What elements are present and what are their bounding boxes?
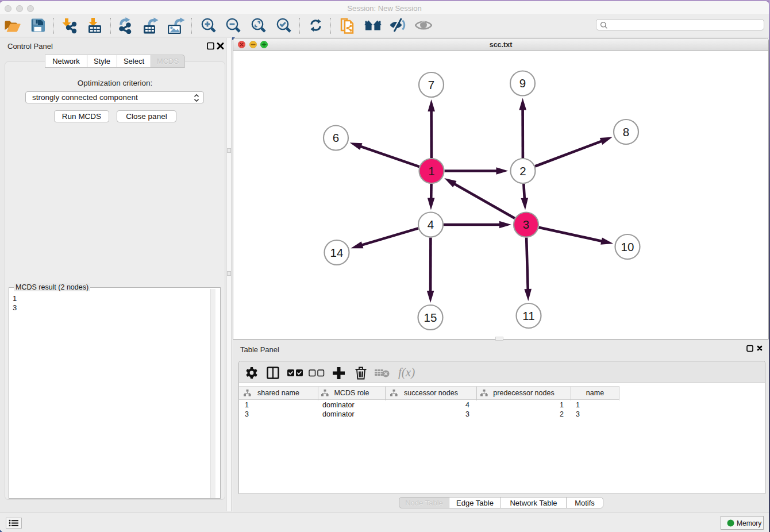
svg-text:8: 8 xyxy=(623,125,629,138)
svg-text:11: 11 xyxy=(522,309,534,322)
svg-text:9: 9 xyxy=(519,76,526,90)
svg-text:15: 15 xyxy=(424,311,437,324)
svg-text:1: 1 xyxy=(428,164,434,178)
svg-text:14: 14 xyxy=(330,246,344,259)
svg-text:6: 6 xyxy=(333,131,339,144)
svg-text:10: 10 xyxy=(621,240,634,253)
svg-text:7: 7 xyxy=(428,78,434,91)
svg-text:4: 4 xyxy=(428,218,434,231)
svg-text:3: 3 xyxy=(523,218,529,231)
svg-text:2: 2 xyxy=(519,164,526,178)
